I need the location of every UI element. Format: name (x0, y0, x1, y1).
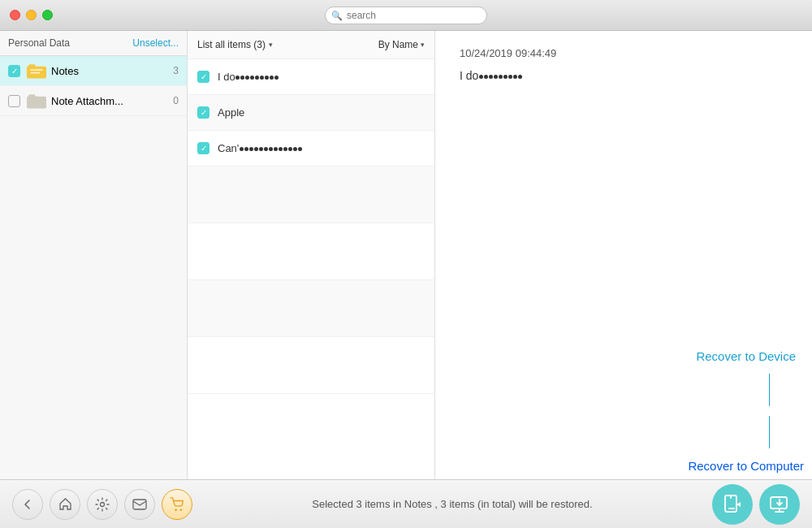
list-dropdown-arrow: ▾ (269, 41, 273, 49)
empty-row-2 (188, 223, 434, 280)
svg-rect-3 (28, 97, 45, 108)
unselect-label[interactable]: Unselect... (132, 37, 179, 49)
recover-device-line (769, 374, 770, 406)
maximize-button[interactable] (42, 10, 53, 20)
sort-label: By Name (378, 39, 418, 50)
ido-title: I do (218, 71, 279, 83)
can-checkbox[interactable] (197, 142, 209, 154)
sort-dropdown-arrow: ▾ (421, 41, 425, 49)
svg-rect-5 (133, 500, 146, 509)
apple-checkbox[interactable] (197, 106, 209, 119)
traffic-lights (10, 10, 53, 20)
recover-computer-button[interactable] (759, 484, 800, 525)
sidebar: Personal Data Unselect... Notes 3 Note A… (0, 31, 188, 479)
list-all-label: List all items (3) (197, 39, 266, 50)
preview-content: I do (460, 69, 788, 82)
svg-point-6 (175, 509, 177, 511)
notes-count: 3 (173, 65, 179, 76)
search-bar: 🔍 (325, 6, 487, 24)
main-layout: Personal Data Unselect... Notes 3 Note A… (0, 31, 812, 479)
preview-panel: 10/24/2019 09:44:49 I do (435, 31, 812, 479)
recover-to-device-label[interactable]: Recover to Device (696, 349, 796, 363)
empty-row-1 (188, 167, 434, 223)
sort-by-name[interactable]: By Name ▾ (378, 39, 425, 50)
apple-title: Apple (218, 106, 244, 119)
sidebar-header: Personal Data Unselect... (0, 31, 187, 56)
toolbar: Selected 3 items in Notes , 3 items (in … (0, 479, 812, 528)
settings-button[interactable] (87, 489, 118, 520)
search-icon: 🔍 (331, 10, 343, 20)
notes-label: Notes (51, 65, 173, 77)
empty-row-3 (188, 280, 434, 337)
list-header: List all items (3) ▾ By Name ▾ (188, 31, 434, 59)
titlebar: 🔍 (0, 0, 812, 31)
attachments-label: Note Attachm... (51, 95, 173, 107)
search-input[interactable] (325, 6, 487, 24)
sidebar-item-note-attachments[interactable]: Note Attachm... 0 (0, 86, 187, 116)
notes-checkbox[interactable] (8, 65, 20, 77)
svg-point-7 (180, 509, 183, 511)
note-item-can[interactable]: Can' (188, 131, 434, 167)
recover-to-computer-label[interactable]: Recover to Computer (688, 459, 804, 473)
recover-computer-line (769, 416, 770, 448)
notes-folder-icon (27, 63, 46, 79)
toolbar-recover-buttons (712, 484, 800, 525)
list-all-items[interactable]: List all items (3) ▾ (197, 39, 273, 50)
can-title: Can' (218, 142, 302, 154)
home-button[interactable] (50, 489, 80, 520)
personal-data-label: Personal Data (8, 37, 70, 49)
mail-button[interactable] (124, 489, 155, 520)
note-item-apple[interactable]: Apple (188, 95, 434, 131)
toolbar-status: Selected 3 items in Notes , 3 items (in … (199, 498, 706, 510)
empty-row-4 (188, 337, 434, 394)
sidebar-item-notes[interactable]: Notes 3 (0, 56, 187, 86)
attachments-checkbox[interactable] (8, 95, 20, 107)
svg-rect-2 (30, 72, 40, 74)
cart-button[interactable] (162, 489, 192, 520)
back-button[interactable] (12, 489, 43, 520)
middle-list: List all items (3) ▾ By Name ▾ I do Appl… (188, 31, 435, 479)
note-item-ido[interactable]: I do (188, 59, 434, 95)
svg-point-4 (101, 502, 105, 506)
recover-device-button[interactable] (712, 484, 753, 525)
minimize-button[interactable] (26, 10, 37, 20)
ido-checkbox[interactable] (197, 71, 209, 83)
preview-timestamp: 10/24/2019 09:44:49 (460, 47, 788, 59)
attachments-count: 0 (173, 95, 179, 106)
svg-rect-9 (771, 497, 787, 509)
svg-rect-1 (30, 69, 42, 71)
attachments-folder-icon (27, 93, 46, 109)
close-button[interactable] (10, 10, 20, 20)
